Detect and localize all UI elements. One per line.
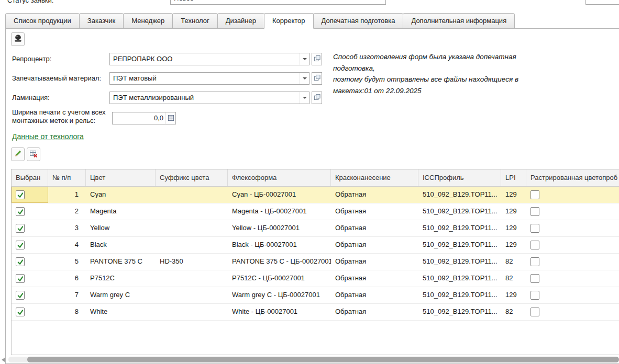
column-header-selected[interactable]: Выбран bbox=[12, 169, 48, 186]
open-window-icon bbox=[314, 74, 320, 83]
cell-num: 1 bbox=[48, 187, 86, 203]
material-open-button[interactable] bbox=[312, 72, 322, 85]
status-combobox[interactable]: Новое bbox=[170, 0, 386, 5]
prepress-notice: Способ изготовления форм была указана до… bbox=[333, 51, 544, 96]
table-row[interactable]: 3 Yellow Yellow - ЦБ-00027001 Обратная 5… bbox=[12, 220, 619, 237]
table-row[interactable]: 4 Black Black - ЦБ-00027001 Обратная 510… bbox=[12, 237, 619, 254]
column-header-icc[interactable]: ICCПрофиль bbox=[418, 169, 501, 186]
row-raster-checkbox[interactable] bbox=[530, 308, 539, 316]
cell-lpi: 129 bbox=[501, 287, 526, 303]
row-selected-checkbox[interactable] bbox=[16, 190, 25, 199]
edit-row-button[interactable] bbox=[11, 147, 25, 161]
row-raster-checkbox[interactable] bbox=[530, 274, 539, 283]
notice-line-2: поэтому будут отправлены все файлы наход… bbox=[333, 74, 544, 96]
reprocentr-open-button[interactable] bbox=[312, 53, 322, 65]
cell-color: White bbox=[86, 304, 156, 320]
cell-ink: Обратная bbox=[331, 304, 418, 320]
row-raster-checkbox[interactable] bbox=[530, 241, 539, 249]
table-row[interactable]: 8 White White - ЦБ-00027001 Обратная 510… bbox=[12, 304, 619, 321]
chevron-down-icon[interactable] bbox=[300, 73, 309, 84]
reprocentr-combobox[interactable]: РЕПРОПАРК ООО bbox=[109, 53, 310, 65]
print-width-input[interactable]: 0,0 bbox=[112, 112, 176, 124]
tab-dopolnitelnaya-informaciya[interactable]: Дополнительная информация bbox=[403, 13, 515, 29]
chevron-down-icon[interactable] bbox=[300, 53, 309, 65]
table-row[interactable]: 7 Warm grey C Warm grey C - ЦБ-00027001 … bbox=[12, 287, 619, 304]
scroll-left-arrow-icon[interactable] bbox=[2, 358, 5, 362]
cell-flexo: Magenta - ЦБ-00027001 bbox=[228, 203, 331, 220]
cell-raster bbox=[526, 304, 619, 320]
tab-spisok-produkcii[interactable]: Список продукции bbox=[5, 13, 80, 29]
cell-lpi: 82 bbox=[501, 254, 526, 270]
row-selected-checkbox[interactable] bbox=[16, 308, 25, 316]
table-row[interactable]: 5 PANTONE 375 C HD-350 PANTONE 375 C - Ц… bbox=[12, 254, 619, 270]
cell-raster bbox=[526, 187, 619, 203]
cell-lpi: 82 bbox=[501, 304, 526, 320]
cell-raster bbox=[526, 237, 619, 253]
row-selected-checkbox[interactable] bbox=[16, 207, 25, 216]
row-raster-checkbox[interactable] bbox=[530, 190, 539, 199]
colors-table: Выбран № п/п Цвет Суффикс цвета Флексофо… bbox=[11, 169, 619, 355]
column-header-suffix[interactable]: Суффикс цвета bbox=[156, 169, 228, 186]
tab-dopechatnaya-podgotovka[interactable]: Допечатная подготовка bbox=[313, 13, 404, 29]
technologist-data-link[interactable]: Данные от технолога bbox=[12, 132, 84, 141]
cell-suffix bbox=[156, 203, 228, 220]
tab-dizayner[interactable]: Дизайнер bbox=[217, 13, 264, 29]
table-row[interactable]: 1 Cyan Cyan - ЦБ-00027001 Обратная 510_0… bbox=[12, 187, 619, 203]
tab-korrektor[interactable]: Корректор bbox=[264, 13, 314, 29]
cell-flexo: P7512C - ЦБ-00027001 bbox=[228, 270, 331, 287]
calculator-icon bbox=[168, 115, 174, 122]
cell-raster bbox=[526, 203, 619, 220]
row-selected-checkbox[interactable] bbox=[16, 224, 25, 233]
cell-raster bbox=[526, 270, 619, 287]
column-header-flexo[interactable]: Флексоформа bbox=[228, 169, 331, 186]
row-raster-checkbox[interactable] bbox=[530, 224, 539, 233]
material-combobox[interactable]: ПЭТ матовый bbox=[109, 72, 310, 85]
cell-flexo: Cyan - ЦБ-00027001 bbox=[228, 187, 331, 203]
lamination-open-button[interactable] bbox=[312, 92, 322, 104]
delete-row-button[interactable] bbox=[27, 147, 40, 161]
row-selected-checkbox[interactable] bbox=[16, 274, 25, 283]
column-header-raster[interactable]: Растрированная цветопроб bbox=[526, 169, 619, 186]
stamp-icon bbox=[14, 34, 23, 44]
table-body: 1 Cyan Cyan - ЦБ-00027001 Обратная 510_0… bbox=[12, 187, 619, 321]
row-raster-checkbox[interactable] bbox=[530, 291, 539, 300]
cell-num: 7 bbox=[48, 287, 86, 303]
cell-ink: Обратная bbox=[331, 254, 418, 270]
row-selected-checkbox[interactable] bbox=[16, 241, 25, 249]
column-header-ink[interactable]: Красконанесение bbox=[331, 169, 418, 186]
cell-selected bbox=[12, 237, 48, 253]
cell-icc: 510_092_B129.TOP11... bbox=[418, 304, 501, 320]
tab-zakazchik[interactable]: Заказчик bbox=[79, 13, 124, 29]
row-raster-checkbox[interactable] bbox=[530, 207, 539, 216]
row-selected-checkbox[interactable] bbox=[16, 291, 25, 300]
cell-num: 8 bbox=[48, 304, 86, 320]
partial-top-right-field[interactable] bbox=[585, 0, 619, 5]
lamination-combobox[interactable]: ПЭТ металлизированный bbox=[109, 92, 310, 104]
column-header-color[interactable]: Цвет bbox=[86, 169, 156, 186]
chevron-down-icon[interactable] bbox=[300, 92, 309, 104]
calculator-button[interactable] bbox=[165, 112, 175, 124]
column-header-num[interactable]: № п/п bbox=[48, 169, 86, 186]
cell-selected bbox=[12, 287, 48, 303]
cell-num: 3 bbox=[48, 220, 86, 236]
tab-menedzher[interactable]: Менеджер bbox=[123, 13, 173, 29]
scrollbar-thumb[interactable] bbox=[27, 357, 619, 362]
cell-num: 4 bbox=[48, 237, 86, 253]
column-header-lpi[interactable]: LPI bbox=[501, 169, 526, 186]
cell-suffix bbox=[156, 187, 228, 203]
tab-tehnolog[interactable]: Технолог bbox=[172, 13, 217, 29]
reprocentr-label: Репроцентр: bbox=[12, 53, 51, 65]
row-selected-checkbox[interactable] bbox=[16, 257, 25, 266]
cell-flexo: White - ЦБ-00027001 bbox=[228, 304, 331, 320]
stamp-button[interactable] bbox=[11, 32, 25, 46]
horizontal-scrollbar[interactable] bbox=[8, 357, 619, 362]
table-row[interactable]: 2 Magenta Magenta - ЦБ-00027001 Обратная… bbox=[12, 203, 619, 220]
cell-icc: 510_092_B129.TOP11... bbox=[418, 220, 501, 236]
lamination-label: Ламинация: bbox=[12, 92, 50, 104]
cell-raster bbox=[526, 220, 619, 236]
table-row[interactable]: 6 P7512C P7512C - ЦБ-00027001 Обратная 5… bbox=[12, 270, 619, 287]
cell-lpi: 129 bbox=[501, 237, 526, 253]
cell-icc: 510_092_B129.TOP11... bbox=[418, 187, 501, 203]
row-raster-checkbox[interactable] bbox=[530, 257, 539, 266]
cell-color: Cyan bbox=[86, 187, 156, 203]
